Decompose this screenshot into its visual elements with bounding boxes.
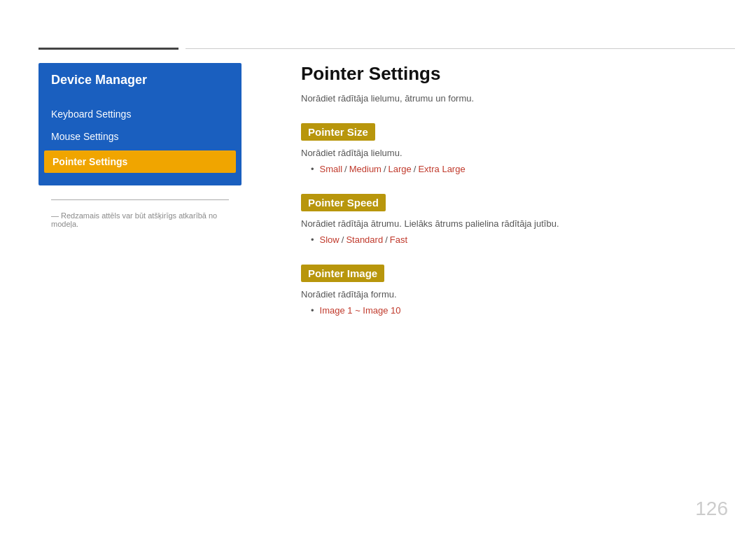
sidebar-title: Device Manager bbox=[38, 63, 241, 97]
section-desc-pointer-image: Norādiet rādītāja formu. bbox=[301, 289, 721, 300]
section-options-pointer-speed: Slow / Standard / Fast bbox=[301, 234, 721, 245]
sidebar-menu: Keyboard Settings Mouse Settings Pointer… bbox=[38, 97, 241, 185]
section-options-pointer-image: Image 1 ~ Image 10 bbox=[301, 305, 721, 316]
page-number: 126 bbox=[695, 498, 728, 520]
main-content: Pointer Settings Norādiet rādītāja lielu… bbox=[301, 63, 721, 492]
option-small: Small bbox=[320, 164, 343, 174]
option-large: Large bbox=[388, 164, 412, 174]
sidebar: Device Manager Keyboard Settings Mouse S… bbox=[38, 63, 241, 232]
top-decorative-lines bbox=[0, 48, 756, 50]
section-heading-pointer-size: Pointer Size bbox=[301, 123, 375, 141]
section-heading-pointer-speed: Pointer Speed bbox=[301, 194, 386, 211]
sidebar-item-mouse[interactable]: Mouse Settings bbox=[38, 125, 241, 148]
option-slow: Slow bbox=[320, 234, 340, 245]
section-pointer-image: Pointer Image Norādiet rādītāja formu. I… bbox=[301, 265, 721, 316]
section-options-pointer-size: Small / Medium / Large / Extra Large bbox=[301, 164, 721, 174]
option-image-range: Image 1 ~ Image 10 bbox=[320, 305, 401, 316]
option-medium: Medium bbox=[349, 164, 382, 174]
option-fast: Fast bbox=[390, 234, 407, 245]
section-pointer-speed: Pointer Speed Norādiet rādītāja ātrumu. … bbox=[301, 194, 721, 245]
section-desc-pointer-size: Norādiet rādītāja lielumu. bbox=[301, 148, 721, 158]
sidebar-divider bbox=[51, 199, 229, 200]
page-title: Pointer Settings bbox=[301, 63, 721, 85]
option-standard: Standard bbox=[346, 234, 383, 245]
sidebar-item-keyboard[interactable]: Keyboard Settings bbox=[38, 103, 241, 125]
top-line-dark bbox=[38, 48, 178, 50]
page-subtitle: Norādiet rādītāja lielumu, ātrumu un for… bbox=[301, 93, 721, 104]
section-heading-pointer-image: Pointer Image bbox=[301, 265, 384, 282]
section-pointer-size: Pointer Size Norādiet rādītāja lielumu. … bbox=[301, 123, 721, 174]
sidebar-item-pointer[interactable]: Pointer Settings bbox=[44, 150, 236, 173]
sidebar-note: ― Redzamais attēls var būt atšķirīgs atk… bbox=[38, 207, 241, 232]
top-line-light bbox=[186, 48, 735, 49]
option-extra-large: Extra Large bbox=[418, 164, 465, 174]
section-desc-pointer-speed: Norādiet rādītāja ātrumu. Lielāks ātrums… bbox=[301, 218, 721, 229]
